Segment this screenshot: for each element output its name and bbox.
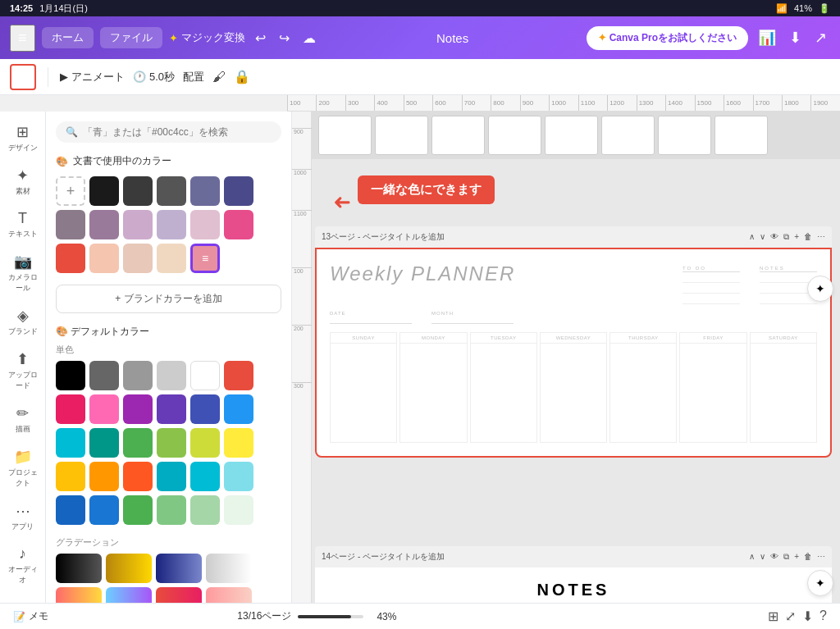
sidebar-item-audio[interactable]: ♪ オーディオ	[3, 540, 43, 590]
animate-button[interactable]: ▶ アニメート	[60, 70, 125, 84]
page13-copy-icon[interactable]: ⧉	[783, 232, 789, 242]
page14-more-icon[interactable]: ⋯	[817, 552, 825, 562]
doc-color-8[interactable]	[123, 210, 153, 239]
thumbnail-7[interactable]	[658, 116, 711, 155]
page14-add-icon[interactable]: +	[794, 552, 799, 562]
solid-purple1[interactable]	[123, 394, 153, 424]
page13-eye-icon[interactable]: 👁	[770, 232, 778, 242]
doc-color-11[interactable]	[224, 210, 253, 239]
color-search-input[interactable]	[83, 126, 272, 138]
solid-purple2[interactable]	[157, 394, 186, 424]
menu-button[interactable]: ≡	[10, 25, 35, 52]
doc-color-15[interactable]	[157, 244, 186, 273]
color-search-box[interactable]: 🔍	[56, 121, 281, 143]
gradient-6[interactable]	[106, 587, 152, 603]
page14-copy-icon[interactable]: ⧉	[783, 552, 789, 562]
doc-color-7[interactable]	[89, 210, 119, 239]
doc-color-6[interactable]	[56, 210, 85, 239]
page13-up-icon[interactable]: ∧	[749, 232, 755, 242]
solid-cyan2[interactable]	[157, 462, 186, 491]
doc-color-9[interactable]	[157, 210, 186, 239]
sidebar-item-brand[interactable]: ◈ ブランド	[3, 302, 43, 342]
solid-darkblue[interactable]	[56, 495, 85, 525]
undo-button[interactable]: ↩	[252, 27, 269, 49]
thumbnail-4[interactable]	[488, 116, 541, 155]
doc-color-3[interactable]	[157, 176, 186, 206]
solid-green[interactable]	[123, 428, 153, 458]
sidebar-item-apps[interactable]: ⋯ アプリ	[3, 497, 43, 537]
layout-button[interactable]: 配置	[183, 70, 204, 84]
gradient-4[interactable]	[206, 554, 252, 583]
solid-cyan1[interactable]	[56, 428, 85, 458]
paint-icon[interactable]: 🖌	[212, 70, 226, 84]
gradient-5[interactable]	[56, 587, 102, 603]
page13-delete-icon[interactable]: 🗑	[804, 232, 812, 242]
download-icon[interactable]: ⬇	[786, 25, 805, 50]
download-bottom-icon[interactable]: ⬇	[802, 608, 813, 624]
sidebar-item-upload[interactable]: ⬆ アップロード	[3, 345, 43, 396]
thumbnail-5[interactable]	[545, 116, 598, 155]
page13-down-icon[interactable]: ∨	[760, 232, 765, 242]
page14-down-icon[interactable]: ∨	[760, 552, 765, 562]
solid-amber[interactable]	[56, 462, 85, 491]
sidebar-item-camera[interactable]: 📷 カメラロール	[3, 248, 43, 299]
doc-color-5[interactable]	[224, 176, 253, 206]
doc-color-1[interactable]	[89, 176, 119, 206]
solid-green5[interactable]	[224, 495, 253, 525]
thumbnail-1[interactable]	[318, 116, 372, 155]
solid-gray3[interactable]	[157, 361, 186, 390]
gradient-8[interactable]	[206, 587, 252, 603]
solid-blue2[interactable]	[224, 394, 253, 424]
solid-white[interactable]	[190, 361, 220, 390]
solid-green2[interactable]	[123, 495, 153, 525]
home-button[interactable]: ホーム	[42, 27, 94, 48]
solid-orange[interactable]	[89, 462, 119, 491]
solid-lime[interactable]	[190, 428, 220, 458]
solid-lightcyan[interactable]	[224, 462, 253, 491]
page13-add-icon[interactable]: +	[794, 232, 799, 242]
redo-button[interactable]: ↪	[276, 27, 293, 49]
thumbnail-2[interactable]	[375, 116, 428, 155]
memo-button[interactable]: 📝 メモ	[13, 609, 48, 623]
page14-up-icon[interactable]: ∧	[749, 552, 755, 562]
solid-green4[interactable]	[190, 495, 220, 525]
solid-black[interactable]	[56, 361, 85, 390]
sidebar-item-draw[interactable]: ✏ 描画	[3, 399, 43, 440]
solid-pink1[interactable]	[56, 394, 85, 424]
doc-color-2[interactable]	[123, 176, 153, 206]
canva-pro-button[interactable]: Canva Proをお試しください	[587, 26, 748, 50]
solid-lightgreen[interactable]	[157, 428, 186, 458]
gradient-7[interactable]	[156, 587, 202, 603]
solid-pink2[interactable]	[89, 394, 119, 424]
doc-color-14[interactable]	[123, 244, 153, 273]
sidebar-item-text[interactable]: T テキスト	[3, 205, 43, 244]
doc-color-10[interactable]	[190, 210, 220, 239]
solid-red[interactable]	[224, 361, 253, 390]
lock-icon[interactable]: 🔒	[234, 69, 250, 84]
doc-color-4[interactable]	[190, 176, 220, 206]
doc-color-13[interactable]	[89, 244, 119, 273]
canvas-area[interactable]: 900 1000 1100 100 200 300 ➜ 一緒な色にできます	[292, 112, 840, 603]
gradient-1[interactable]	[56, 554, 102, 583]
magic-float-button[interactable]: ✦	[807, 276, 833, 302]
thumbnail-8[interactable]	[714, 116, 768, 155]
time-display[interactable]: 🕐 5.0秒	[133, 70, 175, 84]
solid-deeporange[interactable]	[123, 462, 153, 491]
doc-color-12[interactable]	[56, 244, 85, 273]
solid-yellow[interactable]	[224, 428, 253, 458]
file-button[interactable]: ファイル	[100, 27, 162, 48]
sidebar-item-project[interactable]: 📁 プロジェクト	[3, 443, 43, 494]
cloud-button[interactable]: ☁	[299, 27, 319, 49]
solid-green3[interactable]	[157, 495, 186, 525]
thumbnail-3[interactable]	[431, 116, 485, 155]
thumbnail-6[interactable]	[601, 116, 655, 155]
solid-blue1[interactable]	[190, 394, 220, 424]
gradient-3[interactable]	[156, 554, 202, 583]
doc-color-selected[interactable]: ≡	[190, 244, 220, 273]
solid-teal[interactable]	[89, 428, 119, 458]
help-icon[interactable]: ?	[819, 608, 827, 624]
expand-icon[interactable]: ⤢	[785, 608, 796, 624]
solid-gray1[interactable]	[89, 361, 119, 390]
page14-eye-icon[interactable]: 👁	[770, 552, 778, 562]
magic-button[interactable]: マジック変換	[169, 30, 245, 45]
